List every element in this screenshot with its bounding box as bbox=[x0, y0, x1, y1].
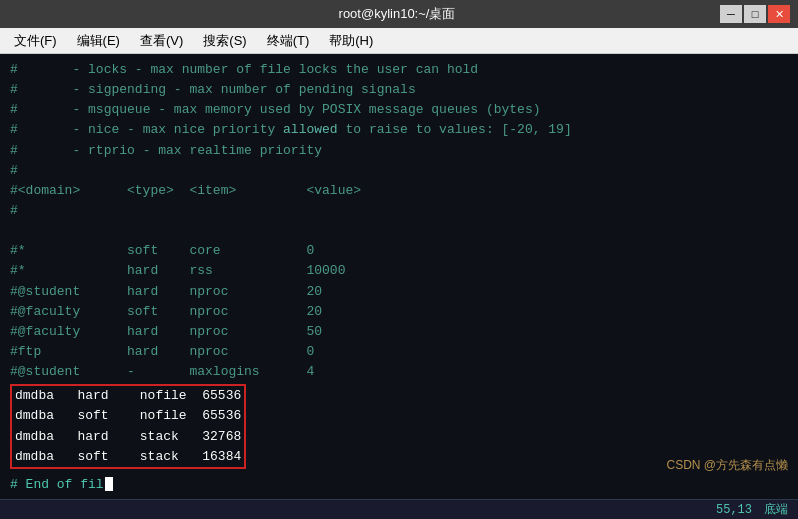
term-line: #@faculty soft nproc 20 bbox=[10, 302, 788, 322]
terminal-area[interactable]: # - locks - max number of file locks the… bbox=[0, 54, 798, 499]
cursor bbox=[105, 477, 113, 491]
watermark: CSDN @方先森有点懒 bbox=[666, 456, 788, 475]
term-line: #<domain> <type> <item> <value> bbox=[10, 181, 788, 201]
menu-terminal[interactable]: 终端(T) bbox=[257, 30, 320, 52]
term-line-blank bbox=[10, 221, 788, 241]
menu-help[interactable]: 帮助(H) bbox=[319, 30, 383, 52]
term-line: # bbox=[10, 161, 788, 181]
menu-view[interactable]: 查看(V) bbox=[130, 30, 193, 52]
term-line: # - locks - max number of file locks the… bbox=[10, 60, 788, 80]
hl-line: dmdba soft stack 16384 bbox=[15, 447, 241, 467]
term-line: #ftp hard nproc 0 bbox=[10, 342, 788, 362]
hl-line: dmdba hard stack 32768 bbox=[15, 427, 241, 447]
term-line: # - rtprio - max realtime priority bbox=[10, 141, 788, 161]
term-line: #@faculty hard nproc 50 bbox=[10, 322, 788, 342]
minimize-button[interactable]: ─ bbox=[720, 5, 742, 23]
maximize-button[interactable]: □ bbox=[744, 5, 766, 23]
term-line: # bbox=[10, 201, 788, 221]
hl-line: dmdba soft nofile 65536 bbox=[15, 406, 241, 426]
term-line: #@student - maxlogins 4 bbox=[10, 362, 788, 382]
title-bar-title: root@kylin10:~/桌面 bbox=[74, 5, 720, 23]
term-line: # - nice - max nice priority allowed to … bbox=[10, 120, 788, 140]
menu-search[interactable]: 搜索(S) bbox=[193, 30, 256, 52]
menu-file[interactable]: 文件(F) bbox=[4, 30, 67, 52]
menu-edit[interactable]: 编辑(E) bbox=[67, 30, 130, 52]
term-line: #@student hard nproc 20 bbox=[10, 282, 788, 302]
menu-bar: 文件(F) 编辑(E) 查看(V) 搜索(S) 终端(T) 帮助(H) bbox=[0, 28, 798, 54]
window-controls[interactable]: ─ □ ✕ bbox=[720, 5, 790, 23]
hl-line: dmdba hard nofile 65536 bbox=[15, 386, 241, 406]
status-right: 底端 bbox=[764, 501, 788, 518]
highlighted-block: dmdba hard nofile 65536 dmdba soft nofil… bbox=[10, 384, 246, 469]
close-button[interactable]: ✕ bbox=[768, 5, 790, 23]
term-line: # - sigpending - max number of pending s… bbox=[10, 80, 788, 100]
status-bar: 55,13 底端 bbox=[0, 499, 798, 519]
term-line: #* hard rss 10000 bbox=[10, 261, 788, 281]
term-line: #* soft core 0 bbox=[10, 241, 788, 261]
term-line: # - msgqueue - max memory used by POSIX … bbox=[10, 100, 788, 120]
title-bar: root@kylin10:~/桌面 ─ □ ✕ bbox=[0, 0, 798, 28]
status-position: 55,13 bbox=[716, 503, 752, 517]
term-end-line: # End of fil bbox=[10, 475, 788, 495]
